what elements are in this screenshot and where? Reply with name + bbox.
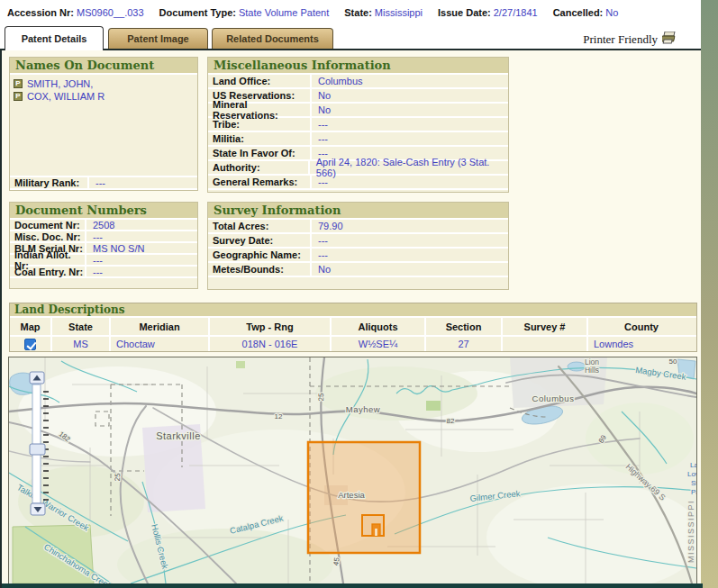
printer-icon	[662, 32, 678, 48]
military-rank-label: Military Rank:	[10, 177, 89, 188]
document-numbers-title: Document Numbers	[10, 203, 197, 220]
col-map: Map	[10, 318, 52, 335]
patentee-name-link[interactable]: COX, WILLIAM R	[27, 91, 105, 102]
geographic-name-value: ---	[312, 249, 328, 261]
military-rank-value: ---	[89, 177, 105, 188]
militia-value: ---	[312, 132, 328, 145]
doc-type-value: State Volume Patent	[239, 7, 329, 18]
col-meridian: Meridian	[111, 318, 210, 335]
accession-field: Accession Nr:MS0960__.033	[7, 7, 144, 18]
cell-twp-rng: 018N - 016E	[210, 337, 332, 351]
document-nr-row: Document Nr:2508	[10, 220, 197, 231]
geographic-name-row: Geographic Name:---	[208, 249, 508, 263]
cell-meridian: Choctaw	[111, 337, 210, 351]
issue-date-label: Issue Date:	[438, 7, 491, 18]
zoom-slider-handle[interactable]	[30, 444, 45, 455]
tribe-value: ---	[312, 118, 328, 131]
mineral-reservations-value: No	[312, 104, 331, 116]
cancelled-field: Cancelled:No	[553, 7, 619, 18]
misc-info-box: Miscellaneous Information Land Office:Co…	[207, 57, 509, 193]
tribe-row: Tribe:---	[208, 118, 508, 132]
tab-patent-details[interactable]: Patent Details	[5, 26, 104, 50]
survey-info-box: Survey Information Total Acres:79.90 Sur…	[207, 202, 509, 290]
names-on-document-title: Names On Document	[10, 58, 197, 75]
accession-value: MS0960__.033	[77, 7, 144, 18]
total-acres-label: Total Acres:	[208, 220, 312, 232]
park-label: Low	[687, 470, 696, 478]
accession-label: Accession Nr:	[7, 7, 74, 18]
general-remarks-label: General Remarks:	[208, 176, 312, 188]
col-survey: Survey #	[503, 318, 588, 335]
land-office-label: Land Office:	[208, 75, 312, 87]
route-label: 25	[114, 473, 123, 482]
mineral-reservations-label: Mineral Reservations:	[208, 104, 312, 116]
city-label: Artesia	[338, 490, 365, 500]
printer-friendly-label: Printer Friendly	[583, 32, 658, 47]
metes-bounds-value: No	[312, 263, 331, 276]
document-numbers-box: Document Numbers Document Nr:2508 Misc. …	[9, 202, 198, 289]
city-label: Columbus	[532, 394, 575, 403]
cell-section: 27	[426, 337, 503, 351]
land-office-row: Land Office:Columbus	[208, 75, 508, 89]
map-checkbox-cell	[10, 337, 52, 351]
patent-details-page: Accession Nr:MS0960__.033 Document Type:…	[0, 0, 718, 588]
indian-allot-nr-row: Indian Allot. Nr:---	[10, 255, 197, 267]
state-value: Mississippi	[375, 7, 423, 18]
militia-label: Militia:	[208, 132, 312, 145]
land-descriptions-section: Land Descriptions Map State Meridian Twp…	[9, 303, 697, 352]
names-list: P SMITH, JOHN, P COX, WILLIAM R	[10, 75, 197, 176]
route-label: 25	[317, 393, 325, 402]
document-header-bar: Accession Nr:MS0960__.033 Document Type:…	[0, 0, 701, 25]
us-reservations-value: No	[312, 89, 331, 102]
printer-friendly-link[interactable]: Printer Friendly	[583, 32, 678, 48]
survey-info-title: Survey Information	[208, 203, 508, 220]
mineral-reservations-row: Mineral Reservations:No	[208, 104, 508, 118]
state-field: State:Mississippi	[344, 7, 423, 18]
col-county: County	[588, 318, 695, 335]
survey-date-label: Survey Date:	[208, 234, 312, 247]
total-acres-value: 79.90	[312, 220, 343, 232]
misc-doc-nr-value: ---	[86, 231, 103, 241]
land-descriptions-title: Land Descriptions	[10, 303, 696, 318]
indian-allot-nr-label: Indian Allot. Nr:	[10, 255, 86, 265]
authority-label: Authority:	[208, 161, 310, 174]
page-bottom-edge	[2, 583, 703, 588]
park-label: La	[690, 461, 696, 469]
militia-row: Militia:---	[208, 132, 508, 147]
tribe-label: Tribe:	[208, 118, 312, 131]
metes-bounds-label: Metes/Bounds:	[208, 263, 312, 276]
state-label: State:	[344, 7, 372, 18]
cell-state: MS	[52, 337, 111, 351]
land-table-header: Map State Meridian Twp - Rng Aliquots Se…	[10, 318, 696, 335]
military-rank-row: Military Rank: ---	[10, 176, 197, 190]
name-row: P COX, WILLIAM R	[14, 90, 194, 102]
cancelled-value: No	[605, 7, 618, 18]
tab-related-documents[interactable]: Related Documents	[212, 28, 333, 49]
park-label: St	[691, 479, 696, 487]
general-remarks-value: ---	[312, 176, 328, 188]
doc-type-label: Document Type:	[159, 7, 236, 18]
col-twp-rng: Twp - Rng	[210, 318, 332, 335]
land-description-map[interactable]: Starkville Mayhew Columbus Artesia Lion …	[8, 357, 697, 584]
cell-survey	[503, 337, 588, 351]
cell-aliquots: W½SE¼	[332, 337, 426, 351]
patentee-name-link[interactable]: SMITH, JOHN,	[27, 78, 93, 89]
map-checkbox[interactable]	[24, 339, 36, 350]
tab-patent-image[interactable]: Patent Image	[108, 28, 208, 49]
land-table-row: MS Choctaw 018N - 016E W½SE¼ 27 Lowndes	[10, 335, 696, 351]
indian-allot-nr-value: ---	[86, 255, 103, 265]
aliquot-gap	[375, 529, 377, 536]
route-label: 82	[447, 417, 455, 425]
blm-serial-nr-value: MS NO S/N	[86, 243, 144, 253]
state-label: MISSISSIPPI	[686, 500, 695, 563]
coal-entry-nr-value: ---	[86, 267, 103, 276]
route-label: 50	[669, 357, 677, 366]
col-aliquots: Aliquots	[332, 318, 426, 335]
col-state: State	[52, 318, 111, 335]
place-label: Hills	[585, 366, 599, 375]
issue-date-field: Issue Date:2/27/1841	[438, 7, 538, 18]
park-label: Pa	[691, 488, 696, 496]
geographic-name-label: Geographic Name:	[208, 249, 312, 261]
document-nr-value: 2508	[86, 220, 114, 230]
coal-entry-nr-row: Coal Entry. Nr:---	[10, 267, 197, 278]
